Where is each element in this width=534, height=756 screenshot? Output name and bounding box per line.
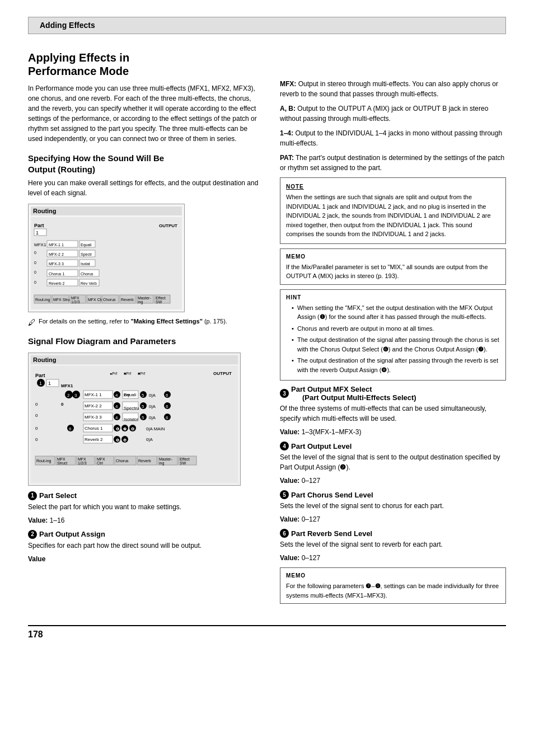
memo-box-1: MEMO If the Mix/Parallel parameter is se… <box>280 248 506 285</box>
subsection-2-value: Value <box>28 555 263 563</box>
svg-text:Equali: Equali <box>81 243 92 247</box>
svg-text:ing: ing <box>138 300 143 304</box>
circle-4: 4 <box>280 442 289 450</box>
subsection-4-label: Part Output Level <box>291 442 352 450</box>
memo-box-2: MEMO For the following parameters ❼–❶, s… <box>280 567 506 604</box>
svg-text:1/2/3: 1/2/3 <box>78 461 87 465</box>
note-text: When the settings are such that signals … <box>286 194 491 237</box>
svg-text:❼: ❼ <box>123 427 127 431</box>
svg-text:Reverb: Reverb <box>138 459 151 463</box>
circle-3: 3 <box>280 389 289 398</box>
def-items-area: MFX: Output in stereo through multi-effe… <box>280 79 506 173</box>
svg-text:5: 5 <box>142 415 144 420</box>
svg-text:MFX-3 3: MFX-3 3 <box>49 262 64 266</box>
svg-text:Chorus: Chorus <box>81 272 93 276</box>
circle-5: 5 <box>280 490 289 499</box>
page-number: 178 <box>28 630 43 640</box>
svg-text:0: 0 <box>34 270 36 274</box>
circle-1: 1 <box>28 491 37 500</box>
svg-text:5: 5 <box>142 404 144 409</box>
intro-paragraph: In Performance mode you can use three mu… <box>28 83 263 144</box>
subsection-2-title: 2 Part Output Assign <box>28 530 263 539</box>
svg-text:■Prf: ■Prf <box>124 372 131 375</box>
hint-item-3: The output destination of the signal aft… <box>292 335 500 354</box>
memo-label-2: MEMO <box>286 571 500 580</box>
svg-text:OUTPUT: OUTPUT <box>159 223 177 228</box>
subsection-4-body: Set the level of the signal that is sent… <box>280 452 506 472</box>
small-routing-diagram: Routing Part 1 MFX1 MFX-1 1 Equali <box>28 204 185 312</box>
subsection-1-label: Part Select <box>39 491 77 500</box>
svg-text:SW: SW <box>156 300 162 304</box>
def-item-14: 1–4: Output to the INDIVIDUAL 1–4 jacks … <box>280 128 506 148</box>
subsection-3-value: Value: 1–3(MFX-1–MFX-3) <box>280 428 506 436</box>
svg-text:Rout-ing: Rout-ing <box>36 459 51 463</box>
svg-text:MFX: MFX <box>78 457 86 461</box>
section-header: Adding Effects <box>28 17 506 34</box>
svg-text:4: 4 <box>115 393 118 398</box>
svg-text:0|A: 0|A <box>146 437 153 442</box>
svg-text:Master-: Master- <box>138 296 151 300</box>
svg-text:SW: SW <box>180 461 186 465</box>
svg-text:MFX-2 2: MFX-2 2 <box>49 252 64 256</box>
section2-title: Signal Flow Diagram and Parameters <box>28 336 263 347</box>
svg-text:❾: ❾ <box>116 438 119 442</box>
svg-text:Rev Verb: Rev Verb <box>81 281 97 285</box>
page-container: Adding Effects Applying Effects inPerfor… <box>0 17 534 756</box>
svg-text:0: 0 <box>34 261 36 265</box>
svg-text:Chorus: Chorus <box>116 459 129 463</box>
def-term-14: 1–4: <box>280 129 293 137</box>
routing-svg-small: Part 1 MFX1 MFX-1 1 Equali 0 MFX-2 2 S <box>33 219 183 306</box>
def-term-pat: PAT: <box>280 154 294 162</box>
svg-text:MFX: MFX <box>97 457 105 461</box>
memo-text-1: If the Mix/Parallel parameter is set to … <box>286 264 488 280</box>
page-footer: 178 <box>28 625 506 643</box>
subsection-2-body: Specifies for each part how the direct s… <box>28 541 263 551</box>
large-diagram-inner: Part 1 1 ●Prf ■Prf ■Prf OUTPUT MFX1 <box>31 366 238 483</box>
right-column: MFX: Output in stereo through multi-effe… <box>280 45 506 608</box>
reference-note: 🖊 For details on the setting, refer to "… <box>28 318 263 327</box>
large-routing-diagram: Routing Part 1 1 ●Prf ■Prf ■Prf OUTPUT <box>28 353 241 486</box>
def-term-ab: A, B: <box>280 105 296 112</box>
subsection-3: 3 Part Output MFX Select(Part Output Mul… <box>280 385 506 436</box>
svg-text:■Prf: ■Prf <box>138 372 145 375</box>
svg-text:Rout-ing: Rout-ing <box>35 298 50 302</box>
memo-text-2: For the following parameters ❼–❶, settin… <box>286 583 499 599</box>
subsection-1: 1 Part Select Select the part for which … <box>28 491 263 524</box>
section1-title: Specifying How the Sound Will BeOutput (… <box>28 153 263 175</box>
diagram-inner: Part 1 MFX1 MFX-1 1 Equali 0 MFX-2 2 S <box>31 217 182 309</box>
svg-text:5: 5 <box>142 393 144 398</box>
svg-text:0: 0 <box>35 402 38 407</box>
svg-text:❿: ❿ <box>123 438 127 442</box>
def-desc-pat: The part's output destination is determi… <box>280 154 504 172</box>
subsection-5-body: Sets the level of the signal sent to cho… <box>280 501 506 511</box>
svg-text:Spectru: Spectru <box>124 406 139 411</box>
subsection-6-label: Part Reverb Send Level <box>291 529 372 538</box>
svg-text:0: 0 <box>35 437 38 442</box>
svg-text:0|A: 0|A <box>149 404 156 409</box>
subsection-2-label: Part Output Assign <box>39 530 105 538</box>
svg-text:2: 2 <box>67 393 70 398</box>
subsection-6-value: Value: 0–127 <box>280 554 506 562</box>
svg-text:zer: zer <box>124 392 130 397</box>
hint-label: HINT <box>286 293 500 302</box>
circle-6: 6 <box>280 529 289 538</box>
subsection-6: 6 Part Reverb Send Level Sets the level … <box>280 529 506 562</box>
svg-text:1: 1 <box>36 230 39 236</box>
svg-text:MFX-1  1: MFX-1 1 <box>85 392 102 397</box>
subsection-6-title: 6 Part Reverb Send Level <box>280 529 506 538</box>
svg-text:Reverb  2: Reverb 2 <box>85 437 103 442</box>
svg-text:MFX Ctrl: MFX Ctrl <box>88 298 104 302</box>
svg-text:Ctrl: Ctrl <box>97 461 103 465</box>
svg-text:❻: ❻ <box>116 427 119 431</box>
svg-text:Chorus: Chorus <box>103 298 116 302</box>
svg-text:0: 0 <box>61 402 64 407</box>
svg-text:Spectr: Spectr <box>81 252 92 257</box>
svg-text:❽: ❽ <box>131 427 134 431</box>
def-item-mfx: MFX: Output in stereo through multi-effe… <box>280 79 506 99</box>
svg-text:0: 0 <box>34 280 36 284</box>
content-area: Applying Effects inPerformance Mode In P… <box>0 34 534 625</box>
svg-text:4: 4 <box>115 404 118 409</box>
diagram-title: Routing <box>31 206 182 215</box>
hint-list: When setting the "MFX," set the output d… <box>286 303 500 375</box>
svg-text:6: 6 <box>69 426 72 431</box>
